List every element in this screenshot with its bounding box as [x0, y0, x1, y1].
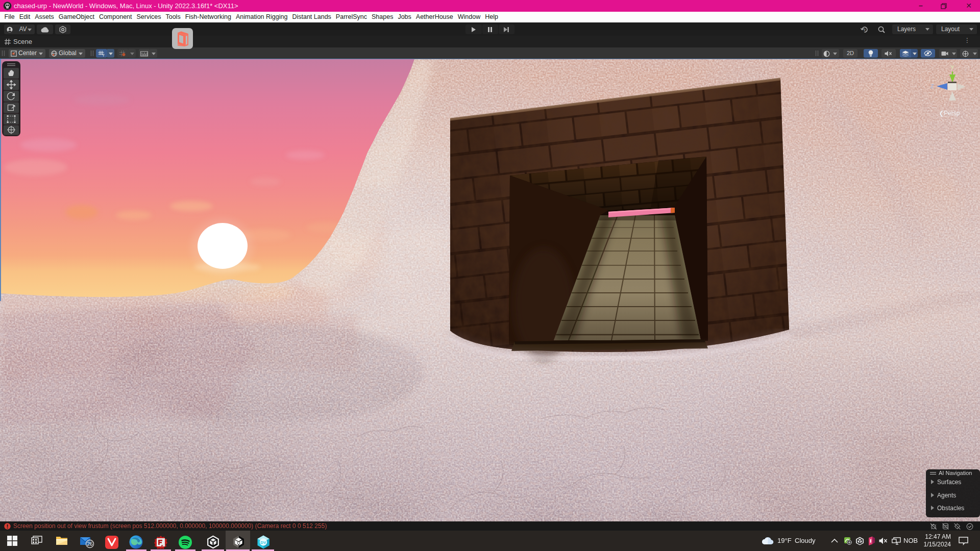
svg-text:DV: DV	[260, 540, 266, 545]
svg-text:Surfaces: Surfaces	[937, 479, 961, 486]
svg-text:9: 9	[864, 28, 866, 32]
svg-text:❮Persp: ❮Persp	[939, 110, 960, 117]
svg-text:Z: Z	[930, 83, 934, 89]
svg-text:AI Navigation: AI Navigation	[939, 470, 972, 476]
svg-text:D: D	[62, 28, 64, 31]
svg-text:Obstacles: Obstacles	[937, 505, 964, 512]
svg-text:x: x	[965, 67, 967, 72]
svg-text:Y: Y	[950, 64, 954, 70]
svg-text:26: 26	[87, 541, 93, 547]
svg-text:Agents: Agents	[937, 492, 956, 499]
svg-text:Y: Y	[103, 54, 105, 57]
